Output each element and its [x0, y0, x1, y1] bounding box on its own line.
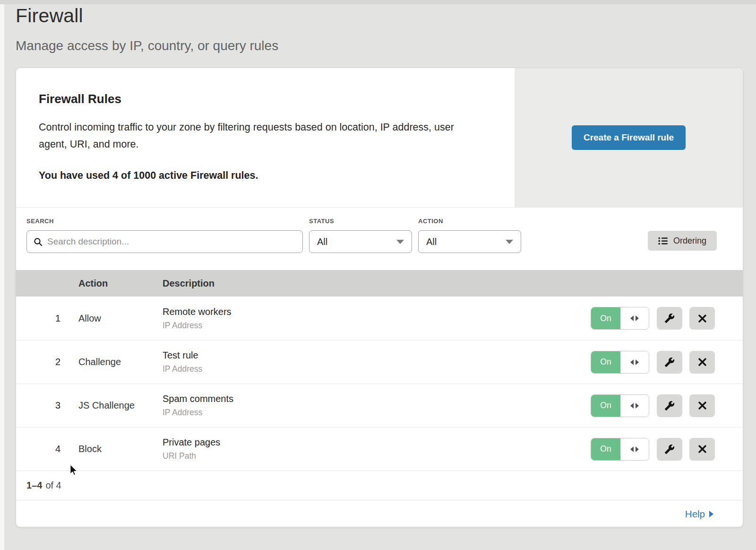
rule-description: Spam comments — [163, 393, 591, 404]
caret-down-icon — [396, 240, 404, 244]
action-label: ACTION — [418, 218, 521, 225]
rule-priority: 1 — [16, 313, 78, 324]
rule-description: Remote workers — [163, 306, 591, 317]
ordering-list-icon — [658, 237, 668, 245]
rule-action: JS Challenge — [78, 400, 163, 411]
toggle-on-label: On — [591, 395, 620, 417]
search-label: SEARCH — [26, 218, 303, 225]
firewall-rules-intro: Firewall Rules Control incoming traffic … — [16, 68, 743, 207]
rule-enabled-toggle[interactable]: On — [591, 351, 649, 374]
help-arrow-icon — [709, 511, 713, 517]
rule-action: Challenge — [78, 357, 163, 367]
rule-match-type: URI Path — [163, 451, 591, 461]
rule-description: Private pages — [163, 437, 591, 448]
column-description: Description — [163, 278, 591, 289]
column-action: Action — [78, 278, 163, 289]
section-description: Control incoming traffic to your zone by… — [39, 119, 481, 153]
delete-rule-button[interactable] — [689, 438, 715, 461]
rule-controls: On — [591, 307, 716, 330]
wrench-icon — [664, 401, 675, 411]
pagination-total: of 4 — [45, 480, 61, 491]
rule-description-cell: Private pages URI Path — [163, 437, 591, 461]
wrench-icon — [664, 444, 675, 454]
status-label: STATUS — [309, 218, 412, 225]
action-select[interactable]: All — [418, 230, 521, 253]
rule-description-cell: Remote workers IP Address — [163, 306, 591, 331]
rule-row: 1 Allow Remote workers IP Address On — [16, 297, 743, 340]
status-select[interactable]: All — [309, 230, 412, 253]
wrench-icon — [664, 357, 675, 367]
search-filter: SEARCH — [26, 218, 303, 253]
rule-priority: 2 — [16, 357, 78, 367]
usage-summary: You have used 4 of 1000 active Firewall … — [39, 170, 481, 182]
rule-match-type: IP Address — [163, 321, 591, 331]
rule-controls: On — [591, 438, 716, 461]
delete-rule-button[interactable] — [689, 394, 715, 417]
rule-description-cell: Spam comments IP Address — [163, 393, 591, 418]
close-icon — [697, 314, 707, 323]
page-title: Firewall — [16, 5, 278, 27]
rule-action: Allow — [78, 313, 163, 324]
filter-bar: SEARCH STATUS All ACTION All — [16, 207, 743, 270]
rule-enabled-toggle[interactable]: On — [591, 438, 649, 461]
rule-enabled-toggle[interactable]: On — [591, 307, 649, 330]
window-top-edge — [0, 0, 756, 4]
rule-controls: On — [591, 351, 716, 374]
rules-table-body: 1 Allow Remote workers IP Address On — [16, 297, 743, 471]
help-link-label: Help — [685, 508, 705, 520]
card-footer: Help — [16, 500, 743, 527]
create-rule-panel: Create a Firewall rule — [515, 68, 743, 207]
rule-match-type: IP Address — [163, 408, 591, 418]
edit-rule-button[interactable] — [657, 438, 682, 461]
close-icon — [697, 444, 707, 454]
delete-rule-button[interactable] — [689, 351, 715, 374]
pagination-range: 1–4 — [26, 480, 42, 491]
search-box[interactable] — [26, 230, 303, 253]
firewall-rules-intro-text: Firewall Rules Control incoming traffic … — [16, 68, 515, 207]
rule-enabled-toggle[interactable]: On — [591, 394, 649, 417]
pagination: 1–4 of 4 — [16, 471, 743, 500]
status-selected-value: All — [317, 236, 327, 247]
wrench-icon — [664, 313, 675, 323]
search-icon — [34, 237, 43, 246]
search-input[interactable] — [47, 236, 296, 247]
delete-rule-button[interactable] — [689, 307, 715, 330]
rule-row: 3 JS Challenge Spam comments IP Address … — [16, 384, 743, 427]
edit-rule-button[interactable] — [657, 351, 682, 374]
rule-priority: 4 — [16, 444, 78, 454]
rule-row: 4 Block Private pages URI Path On — [16, 427, 743, 471]
rules-table-header: Action Description — [16, 270, 743, 297]
rule-description: Test rule — [163, 350, 591, 361]
edit-rule-button[interactable] — [657, 307, 682, 330]
toggle-arrows-icon — [620, 438, 649, 460]
page-subtitle: Manage access by IP, country, or query r… — [16, 38, 278, 53]
firewall-rules-card: Firewall Rules Control incoming traffic … — [16, 68, 743, 527]
ordering-button[interactable]: Ordering — [648, 231, 717, 251]
page-header: Firewall Manage access by IP, country, o… — [16, 5, 278, 53]
close-icon — [697, 401, 707, 410]
action-filter: ACTION All — [418, 218, 521, 253]
rule-description-cell: Test rule IP Address — [163, 350, 591, 374]
toggle-on-label: On — [591, 438, 620, 460]
rule-match-type: IP Address — [163, 364, 591, 374]
help-link[interactable]: Help — [685, 508, 713, 520]
action-selected-value: All — [426, 236, 437, 247]
toggle-arrows-icon — [620, 395, 649, 417]
status-filter: STATUS All — [309, 218, 412, 253]
close-icon — [697, 357, 707, 367]
edit-rule-button[interactable] — [657, 394, 682, 417]
toggle-on-label: On — [591, 307, 620, 329]
rule-controls: On — [591, 394, 716, 417]
section-title: Firewall Rules — [39, 92, 481, 106]
rule-action: Block — [78, 444, 163, 454]
ordering-wrap: Ordering — [648, 218, 717, 251]
window-left-edge — [0, 0, 4, 550]
toggle-on-label: On — [591, 351, 620, 373]
rule-row: 2 Challenge Test rule IP Address On — [16, 340, 743, 384]
toggle-arrows-icon — [620, 307, 649, 329]
caret-down-icon — [506, 240, 513, 244]
create-firewall-rule-button[interactable]: Create a Firewall rule — [572, 125, 686, 150]
toggle-arrows-icon — [620, 351, 649, 373]
ordering-button-label: Ordering — [673, 236, 706, 246]
rule-priority: 3 — [16, 400, 78, 411]
